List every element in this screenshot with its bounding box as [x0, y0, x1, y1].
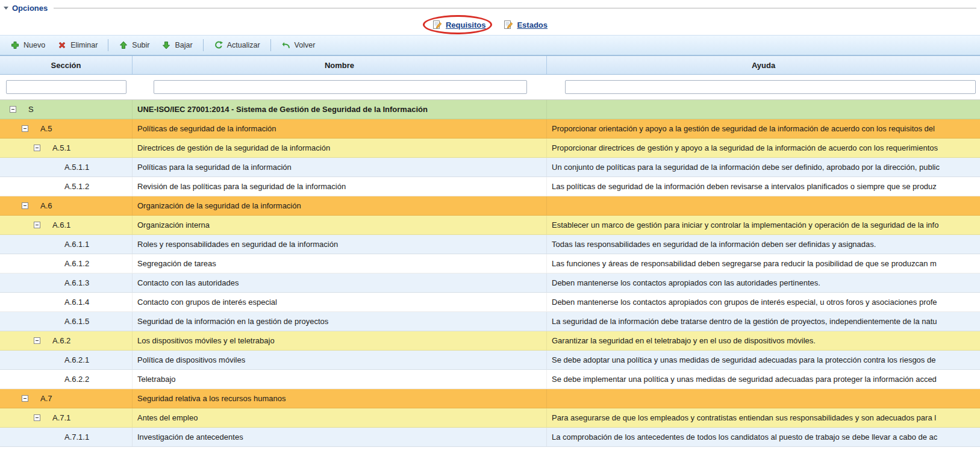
column-header-seccion[interactable]: Sección — [0, 56, 133, 74]
name-cell: Política de dispositivos móviles — [133, 351, 547, 369]
toolbar: Nuevo Eliminar Subir Bajar — [0, 35, 980, 55]
help-text: Todas las responsabilidades en seguridad… — [552, 240, 876, 249]
section-label: A.5.1.1 — [64, 163, 89, 172]
name-text: Organización de la seguridad de la infor… — [137, 201, 301, 210]
help-cell: Todas las responsabilidades en seguridad… — [547, 235, 980, 254]
table-row[interactable]: A.6.2 Los dispositivos móviles y el tele… — [0, 331, 980, 351]
collapse-caret-icon[interactable] — [4, 7, 8, 10]
requirements-grid: Sección Nombre Ayuda S UNE-ISO/IEC 27001… — [0, 55, 980, 447]
name-cell: Contacto con las autoridades — [133, 273, 547, 292]
tab-label-requisitos[interactable]: Requisitos — [446, 20, 485, 30]
volver-button[interactable]: Volver — [276, 38, 321, 52]
help-text: Se debe adoptar una política y unas medi… — [552, 355, 935, 364]
filter-seccion-input[interactable] — [6, 80, 126, 94]
help-cell: Un conjunto de políticas para la segurid… — [547, 158, 980, 176]
column-header-ayuda[interactable]: Ayuda — [547, 56, 980, 74]
filter-ayuda-input[interactable] — [565, 80, 976, 94]
help-text: Deben mantenerse los contactos apropiado… — [552, 298, 937, 307]
help-cell — [547, 100, 980, 119]
table-row[interactable]: A.6.1.5 Seguridad de la información en l… — [0, 312, 980, 331]
toolbar-separator — [108, 39, 108, 51]
app: Opciones Requisitos Estados — [0, 0, 980, 462]
table-row[interactable]: A.7.1.1 Investigación de antecedentes La… — [0, 428, 980, 447]
section-cell: A.5.1.2 — [0, 177, 133, 196]
name-text: Contacto con grupos de interés especial — [137, 298, 277, 307]
help-cell: Las políticas de seguridad de la informa… — [547, 177, 980, 196]
table-row[interactable]: A.6.1.4 Contacto con grupos de interés e… — [0, 293, 980, 312]
collapse-icon[interactable] — [34, 222, 40, 228]
name-cell: Los dispositivos móviles y el teletrabaj… — [133, 331, 547, 350]
name-text: Contacto con las autoridades — [137, 278, 239, 287]
section-label: A.5 — [40, 124, 52, 133]
section-label: A.7.1.1 — [64, 432, 89, 442]
table-row[interactable]: A.5.1 Directrices de gestión de la segur… — [0, 139, 980, 158]
table-row[interactable]: A.6.1.2 Segregación de tareas Las funcio… — [0, 254, 980, 273]
name-cell: Antes del empleo — [133, 408, 547, 427]
nuevo-button[interactable]: Nuevo — [5, 38, 51, 52]
name-cell: Roles y responsabilidades en seguridad d… — [133, 235, 547, 254]
button-label: Eliminar — [70, 41, 98, 49]
tab-estados[interactable]: Estados — [504, 20, 548, 30]
help-cell: Se debe implementar una política y unas … — [547, 370, 980, 389]
collapse-icon[interactable] — [34, 414, 40, 421]
table-row[interactable]: A.6 Organización de la seguridad de la i… — [0, 196, 980, 216]
filter-nombre-input[interactable] — [154, 80, 527, 94]
name-text: UNE-ISO/IEC 27001:2014 - Sistema de Gest… — [137, 105, 428, 114]
help-cell: Establecer un marco de gestión para inic… — [547, 216, 980, 234]
help-text: Proporcionar orientación y apoyo a la ge… — [552, 124, 935, 133]
column-header-nombre[interactable]: Nombre — [133, 56, 547, 74]
name-text: Roles y responsabilidades en seguridad d… — [137, 240, 338, 249]
name-text: Políticas de seguridad de la información — [137, 124, 276, 133]
table-row[interactable]: A.6.1.1 Roles y responsabilidades en seg… — [0, 235, 980, 254]
section-label: A.6.1.4 — [64, 298, 89, 307]
table-row[interactable]: A.5.1.2 Revisión de las políticas para l… — [0, 177, 980, 196]
name-cell: Revisión de las políticas para la seguri… — [133, 177, 547, 196]
table-row[interactable]: A.5 Políticas de seguridad de la informa… — [0, 119, 980, 139]
name-cell: Políticas de seguridad de la información — [133, 119, 547, 138]
collapse-icon[interactable] — [22, 395, 28, 402]
collapse-icon[interactable] — [22, 202, 28, 209]
help-text: Se debe implementar una política y unas … — [552, 375, 937, 384]
help-cell: Deben mantenerse los contactos apropiado… — [547, 273, 980, 292]
collapse-icon[interactable] — [34, 337, 40, 344]
eliminar-button[interactable]: Eliminar — [52, 38, 103, 52]
collapse-icon[interactable] — [22, 125, 28, 132]
button-label: Nuevo — [23, 41, 45, 49]
toolbar-separator — [203, 39, 204, 51]
table-row[interactable]: A.6.2.2 Teletrabajo Se debe implementar … — [0, 370, 980, 389]
name-cell: Teletrabajo — [133, 370, 547, 389]
help-cell: Proporcionar directrices de gestión y ap… — [547, 139, 980, 157]
edit-icon — [432, 20, 442, 30]
table-row[interactable]: A.5.1.1 Políticas para la seguridad de l… — [0, 158, 980, 177]
table-row[interactable]: S UNE-ISO/IEC 27001:2014 - Sistema de Ge… — [0, 100, 980, 119]
name-text: Directrices de gestión de la seguridad d… — [137, 143, 330, 152]
table-row[interactable]: A.6.2.1 Política de dispositivos móviles… — [0, 351, 980, 370]
filter-row — [0, 75, 980, 100]
name-text: Segregación de tareas — [137, 259, 216, 268]
collapse-icon[interactable] — [34, 145, 40, 151]
tab-label-estados[interactable]: Estados — [517, 20, 548, 30]
help-text: La comprobación de los antecedentes de t… — [552, 432, 937, 442]
help-cell: Para asegurarse de que los empleados y c… — [547, 408, 980, 427]
table-row[interactable]: A.7 Seguridad relativa a los recursos hu… — [0, 389, 980, 408]
section-label: S — [28, 105, 34, 114]
table-row[interactable]: A.6.1 Organización interna Establecer un… — [0, 216, 980, 235]
name-text: Seguridad de la información en la gestió… — [137, 317, 328, 326]
arrow-down-icon — [161, 40, 171, 50]
button-label: Bajar — [175, 41, 192, 49]
actualizar-button[interactable]: Actualizar — [208, 38, 266, 52]
help-text: Garantizar la seguridad en el teletrabaj… — [552, 336, 816, 345]
bajar-button[interactable]: Bajar — [156, 38, 198, 52]
table-row[interactable]: A.7.1 Antes del empleo Para asegurarse d… — [0, 408, 980, 428]
table-row[interactable]: A.6.1.3 Contacto con las autoridades Deb… — [0, 273, 980, 293]
button-label: Volver — [295, 41, 316, 49]
help-text: Las funciones y áreas de responsabilidad… — [552, 259, 937, 268]
subir-button[interactable]: Subir — [113, 38, 155, 52]
section-label: A.6.1.2 — [64, 259, 89, 268]
section-label: A.5.1.2 — [64, 182, 89, 191]
tab-requisitos[interactable]: Requisitos — [432, 20, 485, 30]
section-cell: A.7 — [0, 389, 133, 408]
name-cell: Políticas para la seguridad de la inform… — [133, 158, 547, 176]
name-text: Los dispositivos móviles y el teletrabaj… — [137, 336, 275, 345]
collapse-icon[interactable] — [10, 106, 16, 113]
